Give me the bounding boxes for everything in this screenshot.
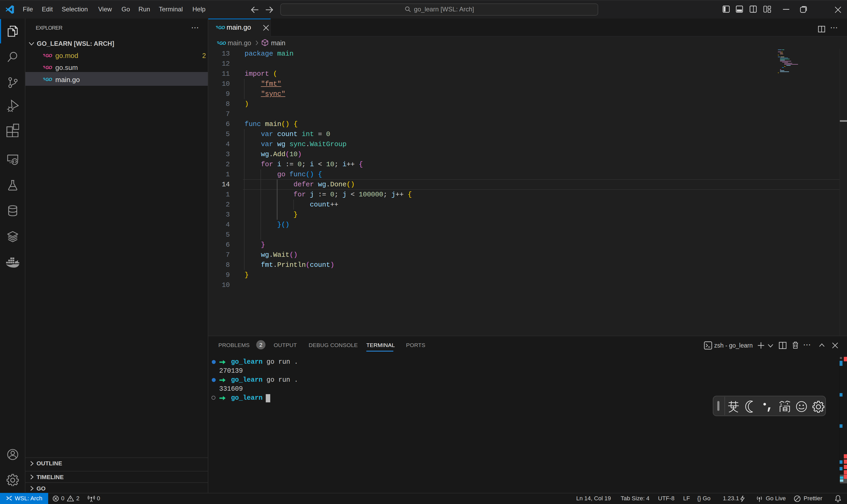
svg-text:GO: GO <box>218 25 225 30</box>
svg-text:GO: GO <box>46 77 52 82</box>
svg-text:GO: GO <box>46 53 52 58</box>
svg-text:GO: GO <box>219 41 226 46</box>
svg-text:GO: GO <box>46 65 52 70</box>
